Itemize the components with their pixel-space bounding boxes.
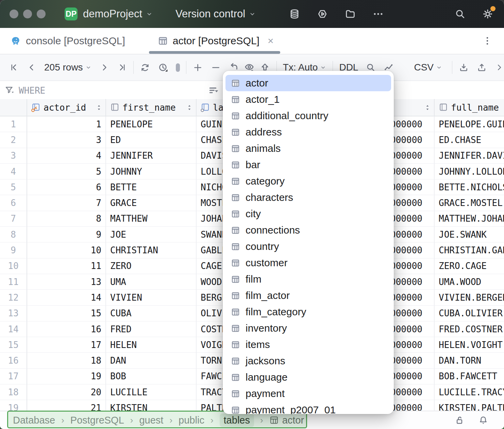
cell-first-name[interactable]: UMA bbox=[106, 274, 197, 290]
cell-full-name[interactable]: GRACE.MOSTEL bbox=[435, 195, 504, 211]
chevron-down-icon[interactable] bbox=[146, 10, 153, 18]
cell-actor-id[interactable]: 21 bbox=[27, 400, 106, 411]
close-window-button[interactable] bbox=[10, 10, 18, 18]
cell-full-name[interactable]: UMA.WOOD bbox=[435, 274, 504, 290]
row-number[interactable]: 2 bbox=[0, 132, 27, 148]
lock-open-icon[interactable] bbox=[454, 415, 465, 425]
row-number[interactable]: 5 bbox=[0, 179, 27, 195]
popup-table-item[interactable]: connections bbox=[225, 222, 391, 238]
view-options-icon[interactable] bbox=[208, 85, 219, 96]
upload-icon[interactable] bbox=[476, 62, 487, 73]
popup-table-item[interactable]: actor bbox=[225, 75, 391, 91]
sort-icon[interactable] bbox=[95, 104, 103, 111]
row-number[interactable]: 3 bbox=[0, 148, 27, 164]
row-number[interactable]: 12 bbox=[0, 290, 27, 305]
add-row-icon[interactable] bbox=[192, 62, 203, 73]
header-first-name[interactable]: first_name bbox=[106, 99, 197, 116]
cell-first-name[interactable]: HELEN bbox=[106, 337, 197, 353]
cell-first-name[interactable]: PENELOPE bbox=[106, 116, 197, 132]
settings-gear-icon[interactable] bbox=[482, 8, 494, 20]
cell-actor-id[interactable]: 14 bbox=[27, 290, 106, 305]
cell-actor-id[interactable]: 3 bbox=[27, 132, 106, 148]
bell-icon[interactable] bbox=[478, 415, 488, 425]
cell-first-name[interactable]: BOB bbox=[106, 369, 197, 384]
row-number[interactable]: 11 bbox=[0, 274, 27, 290]
popup-table-item[interactable]: actor_1 bbox=[225, 91, 391, 108]
cell-first-name[interactable]: GRACE bbox=[106, 195, 197, 211]
cell-actor-id[interactable]: 6 bbox=[27, 179, 106, 195]
popup-table-item[interactable]: customer bbox=[225, 255, 391, 271]
cell-first-name[interactable]: MATTHEW bbox=[106, 211, 197, 227]
close-icon[interactable]: × bbox=[268, 36, 274, 46]
breadcrumb-actor[interactable]: actor bbox=[269, 415, 304, 426]
minimize-window-button[interactable] bbox=[23, 10, 32, 18]
row-number[interactable]: 6 bbox=[0, 195, 27, 211]
cell-actor-id[interactable]: 15 bbox=[27, 306, 106, 321]
cell-full-name[interactable]: DAN.TORN bbox=[435, 353, 504, 368]
popup-table-item[interactable]: category bbox=[225, 173, 391, 189]
traffic-lights[interactable] bbox=[10, 10, 46, 18]
row-number[interactable]: 13 bbox=[0, 306, 27, 321]
breadcrumb-tables[interactable]: tables bbox=[220, 414, 254, 427]
kebab-menu-icon[interactable] bbox=[482, 36, 492, 46]
cell-actor-id[interactable]: 11 bbox=[27, 258, 106, 274]
cell-full-name[interactable]: KIRSTEN.PALTROW bbox=[435, 400, 504, 411]
stop-icon[interactable] bbox=[176, 63, 180, 72]
row-number[interactable]: 10 bbox=[0, 258, 27, 274]
breadcrumb-postgresql[interactable]: PostgreSQL bbox=[70, 415, 124, 426]
zoom-window-button[interactable] bbox=[37, 10, 46, 18]
export-format-selector[interactable]: CSV bbox=[414, 62, 434, 73]
cell-first-name[interactable]: ED bbox=[106, 132, 197, 148]
project-name[interactable]: demoProject bbox=[83, 8, 142, 20]
cell-actor-id[interactable]: 10 bbox=[27, 242, 106, 258]
cell-first-name[interactable]: CHRISTIAN bbox=[106, 242, 197, 258]
row-number[interactable]: 15 bbox=[0, 337, 27, 353]
sort-icon[interactable] bbox=[186, 104, 193, 111]
row-count-selector[interactable]: 205 rows bbox=[44, 62, 83, 73]
row-number[interactable]: 17 bbox=[0, 369, 27, 384]
chevron-down-icon[interactable] bbox=[320, 64, 326, 71]
where-filter-input[interactable]: WHERE bbox=[19, 85, 45, 96]
popup-table-item[interactable]: additional_country bbox=[225, 108, 391, 124]
header-actor-id[interactable]: actor_id bbox=[27, 99, 106, 116]
next-page-icon[interactable] bbox=[99, 62, 110, 73]
cell-first-name[interactable]: LUCILLE bbox=[106, 384, 197, 400]
popup-table-item[interactable]: inventory bbox=[225, 320, 391, 336]
tab-actor-postgresql[interactable]: actor [PostgreSQL] × bbox=[158, 28, 274, 54]
row-number[interactable]: 9 bbox=[0, 242, 27, 258]
row-number[interactable]: 16 bbox=[0, 353, 27, 368]
cell-actor-id[interactable]: 18 bbox=[27, 353, 106, 368]
popup-table-item[interactable]: film_actor bbox=[225, 287, 391, 304]
breadcrumb-database[interactable]: Database bbox=[13, 415, 55, 426]
cell-full-name[interactable]: PENELOPE.GUINESS bbox=[435, 116, 504, 132]
cell-first-name[interactable]: BETTE bbox=[106, 179, 197, 195]
cell-first-name[interactable]: JOE bbox=[106, 227, 197, 242]
cell-actor-id[interactable]: 5 bbox=[27, 164, 106, 179]
cell-first-name[interactable]: DAN bbox=[106, 353, 197, 368]
popup-table-item[interactable]: language bbox=[225, 369, 391, 385]
header-gutter[interactable] bbox=[0, 99, 27, 116]
refresh-icon[interactable] bbox=[140, 62, 150, 73]
cell-full-name[interactable]: CHRISTIAN.GABLE bbox=[435, 242, 504, 258]
popup-table-item[interactable]: bar bbox=[225, 157, 391, 173]
popup-table-item[interactable]: film_category bbox=[225, 304, 391, 320]
chevron-down-icon[interactable] bbox=[85, 64, 92, 71]
row-number[interactable]: 8 bbox=[0, 227, 27, 242]
database-icon[interactable] bbox=[289, 8, 300, 20]
row-number[interactable]: 7 bbox=[0, 211, 27, 227]
more-icon[interactable] bbox=[372, 8, 384, 20]
version-control-menu[interactable]: Version control bbox=[175, 8, 245, 20]
row-number[interactable]: 18 bbox=[0, 384, 27, 400]
popup-table-item[interactable]: address bbox=[225, 124, 391, 140]
cell-actor-id[interactable]: 8 bbox=[27, 211, 106, 227]
cell-first-name[interactable]: KIRSTEN bbox=[106, 400, 197, 411]
cell-full-name[interactable]: CUBA.OLIVIER bbox=[435, 306, 504, 321]
previous-page-icon[interactable] bbox=[27, 62, 37, 73]
cell-full-name[interactable]: BOB.FAWCETT bbox=[435, 369, 504, 384]
chevron-right-icon[interactable] bbox=[494, 63, 504, 72]
chevron-down-icon[interactable] bbox=[249, 10, 256, 18]
cell-full-name[interactable]: BETTE.NICHOLSON bbox=[435, 179, 504, 195]
cell-full-name[interactable]: JOE.SWANK bbox=[435, 227, 504, 242]
folder-icon[interactable] bbox=[345, 8, 356, 20]
cell-first-name[interactable]: JENNIFER bbox=[106, 148, 197, 164]
